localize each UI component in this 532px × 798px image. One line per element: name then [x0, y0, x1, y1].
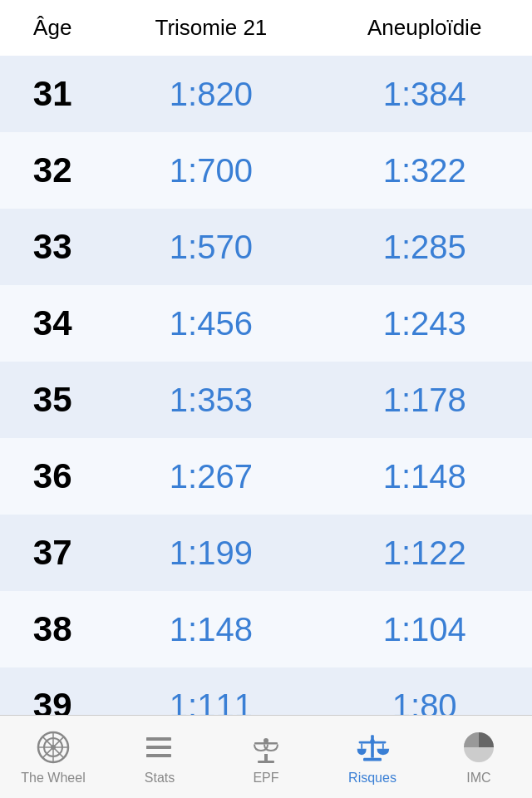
svg-rect-10	[146, 737, 150, 741]
table-row: 361:2671:148	[0, 438, 532, 515]
table-row: 331:5701:285	[0, 209, 532, 285]
trisomie-cell: 1:700	[105, 132, 317, 209]
table-row: 381:1481:104	[0, 591, 532, 667]
tab-imc[interactable]: IMC	[426, 729, 532, 786]
aneuploïdie-cell: 1:243	[317, 285, 532, 362]
svg-point-22	[370, 738, 375, 743]
tab-epf[interactable]: EPF	[213, 729, 319, 786]
aneuploïdie-cell: 1:122	[317, 515, 532, 591]
table-row: 391:1111:80	[0, 667, 532, 715]
tab-the-wheel[interactable]: The Wheel	[0, 729, 106, 786]
trisomie-cell: 1:148	[105, 591, 317, 667]
trisomie-cell: 1:353	[105, 362, 317, 438]
table-row: 351:3531:178	[0, 362, 532, 438]
trisomie-cell: 1:267	[105, 438, 317, 515]
age-cell: 35	[0, 362, 105, 438]
tab-stats-label: Stats	[145, 771, 175, 786]
tab-epf-label: EPF	[253, 771, 278, 786]
trisomie-cell: 1:820	[105, 56, 317, 132]
age-cell: 37	[0, 515, 105, 591]
tab-risques-label: Risques	[348, 771, 397, 786]
tab-the-wheel-label: The Wheel	[21, 771, 85, 786]
col-age-header: Âge	[0, 0, 105, 56]
trisomie-cell: 1:111	[105, 667, 317, 715]
table-row: 311:8201:384	[0, 56, 532, 132]
data-table: Âge Trisomie 21 Aneuploïdie 311:8201:384…	[0, 0, 532, 715]
tab-stats[interactable]: Stats	[106, 729, 213, 786]
age-cell: 36	[0, 438, 105, 515]
table-row: 341:4561:243	[0, 285, 532, 362]
col-aneuploïdie-header: Aneuploïdie	[317, 0, 532, 56]
trisomie-cell: 1:199	[105, 515, 317, 591]
aneuploïdie-cell: 1:384	[317, 56, 532, 132]
svg-rect-11	[146, 746, 150, 749]
tab-imc-label: IMC	[466, 771, 490, 786]
aneuploïdie-cell: 1:285	[317, 209, 532, 285]
age-cell: 38	[0, 591, 105, 667]
epf-icon	[248, 729, 284, 766]
aneuploïdie-cell: 1:322	[317, 132, 532, 209]
aneuploïdie-cell: 1:178	[317, 362, 532, 438]
stats-icon	[141, 729, 178, 766]
svg-rect-17	[371, 735, 374, 758]
age-cell: 34	[0, 285, 105, 362]
svg-rect-12	[146, 754, 150, 757]
table-row: 371:1991:122	[0, 515, 532, 591]
tab-bar: The Wheel Stats	[0, 715, 532, 798]
aneuploïdie-cell: 1:104	[317, 591, 532, 667]
age-cell: 31	[0, 56, 105, 132]
trisomie-cell: 1:456	[105, 285, 317, 362]
aneuploïdie-cell: 1:148	[317, 438, 532, 515]
age-cell: 39	[0, 667, 105, 715]
trisomie-cell: 1:570	[105, 209, 317, 285]
svg-rect-18	[363, 757, 382, 761]
svg-rect-9	[148, 754, 171, 757]
risques-icon	[354, 729, 391, 766]
svg-rect-13	[264, 754, 268, 761]
col-trisomie-header: Trisomie 21	[105, 0, 317, 56]
age-cell: 32	[0, 132, 105, 209]
svg-rect-8	[148, 746, 171, 749]
aneuploïdie-cell: 1:80	[317, 667, 532, 715]
imc-icon	[461, 729, 497, 766]
age-cell: 33	[0, 209, 105, 285]
tab-risques[interactable]: Risques	[319, 729, 426, 786]
the-wheel-icon	[35, 729, 71, 766]
table-row: 321:7001:322	[0, 132, 532, 209]
svg-rect-7	[148, 737, 171, 741]
svg-rect-14	[258, 761, 274, 763]
svg-point-16	[264, 738, 268, 743]
